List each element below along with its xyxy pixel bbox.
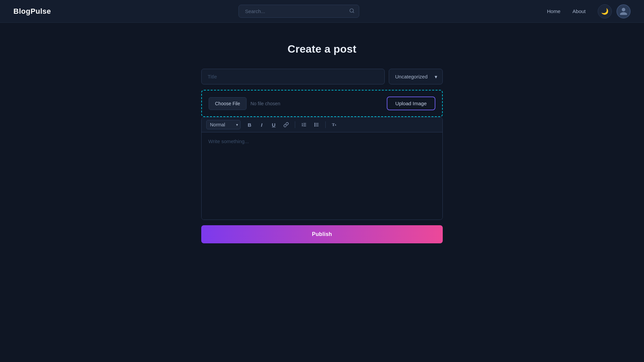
category-select[interactable]: Uncategorized Technology Lifestyle Trave…	[389, 69, 443, 84]
format-select[interactable]: Normal Heading 1 Heading 2 Heading 3	[206, 120, 240, 129]
title-row: Uncategorized Technology Lifestyle Trave…	[201, 69, 443, 84]
format-select-wrapper: Normal Heading 1 Heading 2 Heading 3 ▾	[206, 120, 240, 129]
category-select-wrapper: Uncategorized Technology Lifestyle Trave…	[389, 69, 443, 84]
nav-actions: 🌙	[598, 4, 631, 18]
avatar-icon	[619, 7, 628, 16]
clear-format-button[interactable]: Tx	[329, 120, 339, 129]
unordered-list-icon	[314, 122, 319, 127]
search-container	[238, 5, 359, 18]
search-wrapper	[51, 5, 547, 18]
editor-wrapper: Normal Heading 1 Heading 2 Heading 3 ▾ B…	[201, 117, 443, 220]
editor-content[interactable]	[202, 132, 442, 220]
search-input[interactable]	[238, 5, 359, 18]
main-content: Create a post Uncategorized Technology L…	[201, 23, 443, 270]
ordered-list-icon	[301, 122, 307, 127]
toolbar-divider-2	[325, 121, 326, 128]
svg-point-9	[315, 124, 315, 125]
nav-home[interactable]: Home	[547, 8, 560, 14]
page-title: Create a post	[201, 43, 443, 55]
svg-point-8	[315, 123, 315, 124]
moon-icon: 🌙	[601, 8, 608, 15]
app-logo: BlogPulse	[13, 7, 51, 16]
upload-image-button[interactable]: Upload Image	[387, 97, 435, 110]
theme-toggle-button[interactable]: 🌙	[598, 4, 612, 18]
link-button[interactable]	[281, 120, 291, 129]
editor-toolbar: Normal Heading 1 Heading 2 Heading 3 ▾ B…	[202, 117, 442, 132]
choose-file-button[interactable]: Choose File	[209, 97, 247, 110]
nav-about[interactable]: About	[573, 8, 586, 14]
navbar: BlogPulse Home About 🌙	[0, 0, 644, 23]
toolbar-divider	[295, 121, 295, 128]
unordered-list-button[interactable]	[311, 120, 322, 129]
bold-button[interactable]: B	[245, 120, 255, 129]
user-avatar[interactable]	[616, 4, 631, 18]
title-input[interactable]	[201, 69, 385, 84]
nav-links: Home About	[547, 8, 586, 14]
italic-button[interactable]: I	[257, 120, 267, 129]
file-input-area: Choose File No file chosen	[209, 97, 280, 110]
svg-point-10	[315, 126, 315, 126]
no-file-label: No file chosen	[251, 101, 280, 106]
publish-button[interactable]: Publish	[201, 225, 443, 243]
upload-zone: Choose File No file chosen Upload Image	[201, 90, 443, 117]
ordered-list-button[interactable]	[299, 120, 309, 129]
underline-button[interactable]: U	[269, 120, 279, 129]
link-icon	[283, 122, 289, 127]
